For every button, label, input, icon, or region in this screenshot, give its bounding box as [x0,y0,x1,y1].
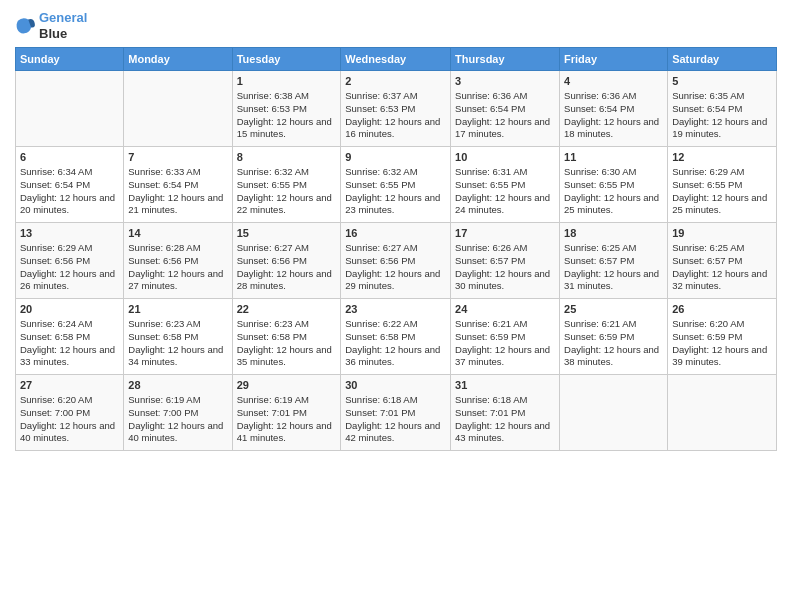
day-cell: 21Sunrise: 6:23 AMSunset: 6:58 PMDayligh… [124,299,232,375]
day-number: 23 [345,302,446,317]
day-info: Sunrise: 6:32 AM [237,166,337,179]
day-number: 15 [237,226,337,241]
day-info: Daylight: 12 hours and 37 minutes. [455,344,555,370]
day-number: 5 [672,74,772,89]
day-info: Sunrise: 6:37 AM [345,90,446,103]
week-row-3: 13Sunrise: 6:29 AMSunset: 6:56 PMDayligh… [16,223,777,299]
day-info: Sunset: 7:00 PM [20,407,119,420]
day-info: Sunrise: 6:33 AM [128,166,227,179]
day-cell: 1Sunrise: 6:38 AMSunset: 6:53 PMDaylight… [232,71,341,147]
day-number: 4 [564,74,663,89]
day-cell: 8Sunrise: 6:32 AMSunset: 6:55 PMDaylight… [232,147,341,223]
logo: General Blue [15,10,87,41]
day-info: Daylight: 12 hours and 16 minutes. [345,116,446,142]
day-cell: 28Sunrise: 6:19 AMSunset: 7:00 PMDayligh… [124,375,232,451]
day-number: 25 [564,302,663,317]
day-info: Daylight: 12 hours and 40 minutes. [128,420,227,446]
day-cell [124,71,232,147]
week-row-2: 6Sunrise: 6:34 AMSunset: 6:54 PMDaylight… [16,147,777,223]
header-cell-monday: Monday [124,48,232,71]
day-cell [560,375,668,451]
calendar-body: 1Sunrise: 6:38 AMSunset: 6:53 PMDaylight… [16,71,777,451]
day-info: Sunrise: 6:29 AM [672,166,772,179]
day-number: 3 [455,74,555,89]
day-info: Sunrise: 6:23 AM [237,318,337,331]
day-info: Sunrise: 6:28 AM [128,242,227,255]
day-info: Sunset: 7:01 PM [237,407,337,420]
day-number: 20 [20,302,119,317]
day-info: Sunrise: 6:38 AM [237,90,337,103]
day-number: 16 [345,226,446,241]
day-cell: 7Sunrise: 6:33 AMSunset: 6:54 PMDaylight… [124,147,232,223]
day-info: Sunrise: 6:26 AM [455,242,555,255]
header-cell-sunday: Sunday [16,48,124,71]
day-cell: 26Sunrise: 6:20 AMSunset: 6:59 PMDayligh… [668,299,777,375]
day-info: Sunset: 6:53 PM [237,103,337,116]
day-info: Daylight: 12 hours and 23 minutes. [345,192,446,218]
day-info: Sunrise: 6:29 AM [20,242,119,255]
logo-text: General Blue [39,10,87,41]
day-cell [668,375,777,451]
day-info: Daylight: 12 hours and 17 minutes. [455,116,555,142]
day-info: Sunrise: 6:34 AM [20,166,119,179]
day-info: Sunset: 6:58 PM [20,331,119,344]
day-info: Daylight: 12 hours and 42 minutes. [345,420,446,446]
day-info: Sunset: 6:59 PM [672,331,772,344]
day-info: Sunrise: 6:23 AM [128,318,227,331]
day-cell: 17Sunrise: 6:26 AMSunset: 6:57 PMDayligh… [451,223,560,299]
day-info: Sunset: 6:56 PM [20,255,119,268]
day-info: Sunset: 6:56 PM [237,255,337,268]
day-info: Daylight: 12 hours and 25 minutes. [564,192,663,218]
day-info: Sunset: 6:56 PM [345,255,446,268]
header: General Blue [15,10,777,41]
header-cell-tuesday: Tuesday [232,48,341,71]
day-number: 10 [455,150,555,165]
day-info: Sunset: 6:58 PM [128,331,227,344]
day-info: Daylight: 12 hours and 40 minutes. [20,420,119,446]
day-number: 30 [345,378,446,393]
day-info: Daylight: 12 hours and 35 minutes. [237,344,337,370]
day-number: 12 [672,150,772,165]
day-info: Sunset: 6:59 PM [455,331,555,344]
page: General Blue SundayMondayTuesdayWednesda… [0,0,792,612]
day-info: Sunset: 6:56 PM [128,255,227,268]
day-info: Sunset: 6:57 PM [455,255,555,268]
day-cell: 9Sunrise: 6:32 AMSunset: 6:55 PMDaylight… [341,147,451,223]
day-cell: 18Sunrise: 6:25 AMSunset: 6:57 PMDayligh… [560,223,668,299]
day-info: Daylight: 12 hours and 25 minutes. [672,192,772,218]
day-info: Daylight: 12 hours and 19 minutes. [672,116,772,142]
day-info: Sunrise: 6:32 AM [345,166,446,179]
day-cell: 11Sunrise: 6:30 AMSunset: 6:55 PMDayligh… [560,147,668,223]
day-cell: 19Sunrise: 6:25 AMSunset: 6:57 PMDayligh… [668,223,777,299]
day-cell: 23Sunrise: 6:22 AMSunset: 6:58 PMDayligh… [341,299,451,375]
day-info: Daylight: 12 hours and 38 minutes. [564,344,663,370]
day-info: Sunset: 6:55 PM [237,179,337,192]
header-cell-wednesday: Wednesday [341,48,451,71]
day-cell: 10Sunrise: 6:31 AMSunset: 6:55 PMDayligh… [451,147,560,223]
day-info: Daylight: 12 hours and 24 minutes. [455,192,555,218]
day-number: 18 [564,226,663,241]
day-cell: 20Sunrise: 6:24 AMSunset: 6:58 PMDayligh… [16,299,124,375]
day-info: Sunrise: 6:21 AM [564,318,663,331]
day-number: 17 [455,226,555,241]
day-info: Sunset: 6:53 PM [345,103,446,116]
day-cell: 27Sunrise: 6:20 AMSunset: 7:00 PMDayligh… [16,375,124,451]
day-info: Sunrise: 6:19 AM [128,394,227,407]
day-cell: 16Sunrise: 6:27 AMSunset: 6:56 PMDayligh… [341,223,451,299]
day-number: 27 [20,378,119,393]
day-number: 9 [345,150,446,165]
day-info: Sunset: 6:59 PM [564,331,663,344]
day-info: Sunset: 6:55 PM [345,179,446,192]
day-number: 1 [237,74,337,89]
day-number: 7 [128,150,227,165]
day-info: Sunset: 7:00 PM [128,407,227,420]
week-row-5: 27Sunrise: 6:20 AMSunset: 7:00 PMDayligh… [16,375,777,451]
day-info: Sunrise: 6:24 AM [20,318,119,331]
day-info: Sunset: 6:55 PM [672,179,772,192]
day-info: Sunset: 6:55 PM [455,179,555,192]
day-info: Sunset: 6:54 PM [20,179,119,192]
day-info: Sunrise: 6:25 AM [564,242,663,255]
day-number: 31 [455,378,555,393]
day-info: Sunset: 6:54 PM [564,103,663,116]
day-info: Daylight: 12 hours and 39 minutes. [672,344,772,370]
